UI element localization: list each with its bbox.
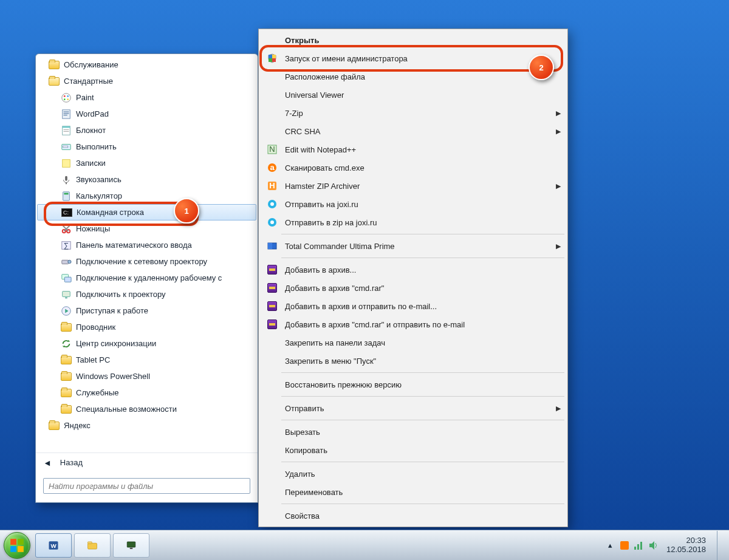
show-desktop-button[interactable] <box>717 531 725 560</box>
start-menu-item-label: Подключение к удаленному рабочему с <box>76 273 222 282</box>
context-menu-item[interactable]: Расположение файла <box>261 67 566 86</box>
start-menu-item[interactable]: Звукозапись <box>37 171 256 188</box>
svg-rect-6 <box>64 111 69 112</box>
folder-icon <box>60 387 72 399</box>
context-menu-item[interactable]: Добавить в архив... <box>261 261 566 279</box>
start-button[interactable] <box>4 532 30 559</box>
context-menu-item[interactable]: Добавить в архив "cmd.rar" <box>261 279 566 297</box>
context-menu-item-label: CRC SHA <box>285 127 556 136</box>
start-menu-item[interactable]: Tablet PC <box>37 352 256 368</box>
start-menu-item[interactable]: Подключение к удаленному рабочему с <box>37 270 256 286</box>
start-menu-back[interactable]: ◄ Назад <box>36 452 258 472</box>
search-input[interactable] <box>43 478 250 494</box>
context-menu-item[interactable]: Открыть <box>261 31 566 49</box>
start-menu-item[interactable]: Блокнот <box>37 122 256 138</box>
clock-time: 20:33 <box>666 536 706 545</box>
start-menu-program-list[interactable]: ОбслуживаниеСтандартныеPaintWordPadБлокн… <box>36 54 258 452</box>
context-menu-item-label: Отправить на joxi.ru <box>285 200 561 209</box>
context-menu-item-label: Переименовать <box>285 488 561 497</box>
taskbar-app-generic[interactable] <box>113 533 149 558</box>
context-menu-item[interactable]: Total Commander Ultima Prime▶ <box>261 237 566 255</box>
context-menu-item[interactable]: CRC SHA▶ <box>261 122 566 140</box>
netproj-icon <box>60 256 72 268</box>
context-menu-item[interactable]: Закрепить в меню "Пуск" <box>261 352 566 370</box>
context-menu-item[interactable]: Отправить▶ <box>261 399 566 417</box>
network-icon[interactable] <box>634 541 643 550</box>
tray-chevron-icon[interactable]: ▴ <box>606 541 615 550</box>
context-menu-item-label: Свойства <box>285 511 561 521</box>
context-menu-item[interactable]: NEdit with Notepad++ <box>261 140 566 159</box>
start-menu-item-label: Яндекс <box>64 421 91 430</box>
context-menu-item[interactable]: Universal Viewer <box>261 86 566 104</box>
start-menu-item[interactable]: Калькулятор <box>37 188 256 204</box>
start-menu-item[interactable]: Подключить к проектору <box>37 286 256 302</box>
start-menu-item[interactable]: Яндекс <box>37 417 256 434</box>
start-menu-item[interactable]: C:Командная строка <box>37 204 256 220</box>
submenu-arrow-icon: ▶ <box>556 128 561 135</box>
context-menu-item[interactable]: Отправить на joxi.ru <box>261 195 566 213</box>
svg-rect-59 <box>88 542 92 544</box>
start-menu-item[interactable]: Приступая к работе <box>37 302 256 319</box>
context-menu-item[interactable]: Свойства <box>261 507 566 525</box>
tray-app-icon[interactable] <box>620 541 629 550</box>
blank-icon <box>265 509 279 522</box>
start-menu-item[interactable]: Служебные <box>37 384 256 401</box>
start-menu-item[interactable]: Проводник <box>37 319 256 335</box>
context-menu-item-label: Копировать <box>285 446 561 455</box>
taskbar-app-word[interactable]: W <box>35 533 72 558</box>
svg-rect-63 <box>637 544 639 550</box>
context-menu-item[interactable]: Отправить в zip на joxi.ru <box>261 213 566 231</box>
start-menu-item[interactable]: Обслуживание <box>37 56 256 73</box>
explorer-icon <box>87 540 98 551</box>
context-menu-item[interactable]: aСканировать cmd.exe <box>261 159 566 177</box>
start-icon <box>60 305 72 317</box>
calc-icon <box>60 190 72 202</box>
npp-icon: N <box>265 143 279 156</box>
winrar-icon <box>265 318 279 331</box>
context-menu-item[interactable]: Запуск от имени администратора <box>261 49 566 67</box>
svg-text:a: a <box>270 163 275 172</box>
context-menu-item[interactable]: Вырезать <box>261 423 566 441</box>
start-menu-item[interactable]: Подключение к сетевому проектору <box>37 253 256 270</box>
cmd-icon: C: <box>61 207 73 219</box>
start-menu-item[interactable]: Специальные возможности <box>37 401 256 417</box>
svg-point-49 <box>270 220 274 224</box>
start-menu-item[interactable]: Ножницы <box>37 220 256 237</box>
start-menu-item[interactable]: Windows PowerShell <box>37 368 256 384</box>
context-menu-item[interactable]: Добавить в архив "cmd.rar" и отправить п… <box>261 315 566 333</box>
submenu-arrow-icon: ▶ <box>556 182 561 190</box>
svg-point-27 <box>68 260 71 263</box>
start-menu-item-label: Подключить к проектору <box>76 290 166 299</box>
blank-icon <box>265 485 279 499</box>
taskbar-clock[interactable]: 20:33 12.05.2018 <box>663 536 710 555</box>
volume-icon[interactable] <box>648 541 658 550</box>
context-menu-item[interactable]: Добавить в архив и отправить по e-mail..… <box>261 297 566 315</box>
context-menu-item[interactable]: Удалить <box>261 465 566 483</box>
start-menu-search-wrap <box>36 472 258 502</box>
context-menu-item[interactable]: Копировать <box>261 441 566 459</box>
notepad-icon <box>60 125 72 137</box>
start-menu-item-label: Служебные <box>76 388 119 397</box>
context-menu-item-label: Расположение файла <box>285 72 561 81</box>
context-menu-item-label: Добавить в архив "cmd.rar" и отправить п… <box>285 320 561 329</box>
context-menu-item[interactable]: 7-Zip▶ <box>261 104 566 122</box>
start-menu-item[interactable]: Стандартные <box>37 73 256 89</box>
svg-rect-55 <box>18 546 24 552</box>
start-menu-item[interactable]: WordPad <box>37 106 256 122</box>
svg-rect-29 <box>64 277 71 282</box>
mic-icon <box>60 174 72 186</box>
start-menu-item[interactable]: Записки <box>37 155 256 171</box>
svg-point-4 <box>67 98 69 100</box>
taskbar-app-explorer[interactable] <box>74 533 111 558</box>
context-menu-item[interactable]: Закрепить на панели задач <box>261 333 566 352</box>
context-menu-item-label: Total Commander Ultima Prime <box>285 242 556 251</box>
start-menu-item[interactable]: ∑Панель математического ввода <box>37 237 256 253</box>
context-menu-separator <box>281 372 564 373</box>
context-menu-item[interactable]: HHamster ZIP Archiver▶ <box>261 177 566 195</box>
start-menu-item[interactable]: Paint <box>37 89 256 106</box>
svg-rect-12 <box>64 131 69 131</box>
context-menu-item[interactable]: Переименовать <box>261 483 566 501</box>
context-menu-item[interactable]: Восстановить прежнюю версию <box>261 375 566 394</box>
start-menu-item[interactable]: Выполнить <box>37 138 256 155</box>
start-menu-item[interactable]: Центр синхронизации <box>37 335 256 352</box>
